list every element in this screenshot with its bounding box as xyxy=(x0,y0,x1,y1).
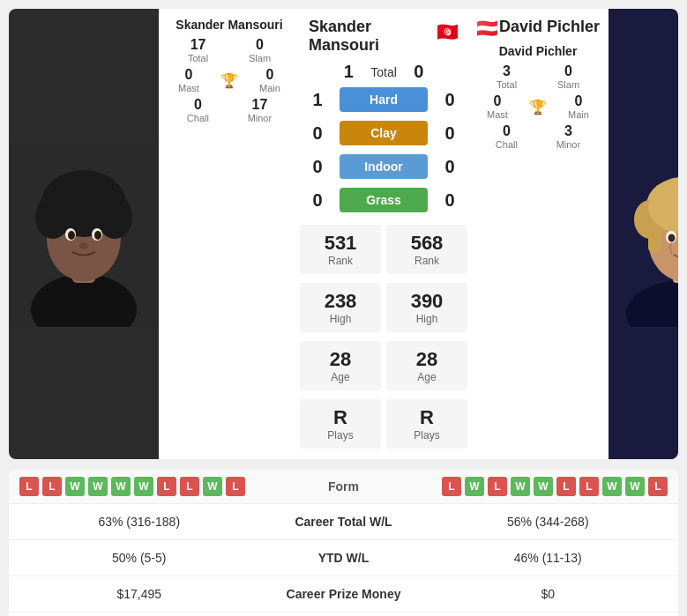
left-main-stat: 0 Main xyxy=(259,67,280,93)
stat-left-2: $17,495 xyxy=(23,587,256,601)
surface-score-left: 0 xyxy=(304,123,331,144)
right-name-flag-row: 🇦🇹 David Pichler xyxy=(476,18,600,39)
left-chall-minor: 0 Chall 17 Minor xyxy=(168,97,291,123)
right-rank-box: 568 Rank xyxy=(386,225,467,274)
left-chall-stat: 0 Chall xyxy=(187,97,209,123)
left-player-photo xyxy=(9,9,159,459)
total-score-right: 0 xyxy=(406,62,432,82)
surface-badge-clay: Clay xyxy=(340,121,428,145)
surface-score-right: 0 xyxy=(437,123,463,144)
center-stats-boxes: 531 Rank 568 Rank xyxy=(300,225,467,279)
left-flag: 🇹🇳 xyxy=(437,21,459,55)
right-form-badges: LWLWWLLWWL xyxy=(414,477,668,496)
form-badge-w: W xyxy=(511,477,530,496)
form-badge-l: L xyxy=(226,477,245,496)
form-badge-l: L xyxy=(579,477,599,496)
stat-row-1: 50% (5-5) YTD W/L 46% (11-13) xyxy=(9,540,678,576)
right-player-name-label: David Pichler xyxy=(476,44,600,58)
surface-badge-indoor: Indoor xyxy=(340,154,428,179)
surface-row-hard: 1 Hard 0 xyxy=(304,87,463,112)
stat-center-1: YTD W/L xyxy=(256,551,432,565)
total-score-left: 1 xyxy=(335,62,362,82)
surface-row-indoor: 0 Indoor 0 xyxy=(304,154,463,179)
left-minor-stat: 17 Minor xyxy=(248,97,273,123)
right-total-slam: 3 Total 0 Slam xyxy=(476,63,600,90)
surface-score-left: 1 xyxy=(304,90,331,110)
form-badge-w: W xyxy=(602,477,622,496)
right-mast-main: 0 Mast 🏆 0 Main xyxy=(476,93,600,120)
svg-point-12 xyxy=(79,242,88,249)
main-container: Skander Mansouri 17 Total 0 Slam 0 Mast … xyxy=(0,0,687,616)
center-section: SkanderMansouri 🇹🇳 1 Total 0 1 Hard 0 0 … xyxy=(300,9,467,459)
svg-point-11 xyxy=(94,231,101,240)
right-total-stat: 3 Total xyxy=(497,63,517,90)
stat-left-0: 63% (316-188) xyxy=(23,515,256,529)
right-flag: 🇦🇹 xyxy=(476,18,498,39)
left-total-stat: 17 Total xyxy=(188,37,208,63)
left-player-name-top: SkanderMansouri xyxy=(309,18,379,55)
right-player-stats: 🇦🇹 David Pichler David Pichler 3 Total 0… xyxy=(467,9,609,459)
stat-right-1: 46% (11-13) xyxy=(432,551,665,565)
form-badge-l: L xyxy=(42,477,62,496)
svg-rect-21 xyxy=(648,226,661,252)
surface-score-left: 0 xyxy=(304,157,331,177)
surface-rows: 1 Hard 0 0 Clay 0 0 Indoor 0 0 Grass 0 xyxy=(300,87,467,218)
form-badge-l: L xyxy=(488,477,507,496)
left-form-badges: LLWWWWLLWL xyxy=(19,477,273,496)
right-minor-stat: 3 Minor xyxy=(556,123,581,150)
right-player-name-top: David Pichler xyxy=(499,18,600,36)
bottom-section: LLWWWWLLWL Form LWLWWLLWWL 63% (316-188)… xyxy=(9,470,678,616)
left-mast-stat: 0 Mast xyxy=(178,67,199,93)
surface-score-right: 0 xyxy=(437,90,463,110)
total-label: Total xyxy=(370,65,397,79)
right-player-photo xyxy=(609,9,678,459)
bottom-stats-rows: 63% (316-188) Career Total W/L 56% (344-… xyxy=(9,504,678,616)
surface-score-left: 0 xyxy=(304,190,331,211)
left-trophy-icon: 🏆 xyxy=(220,72,238,89)
stat-row-3: 0 YTD Titles 0 xyxy=(9,612,678,616)
svg-point-10 xyxy=(68,231,75,240)
left-player-name-label: Skander Mansouri xyxy=(168,18,291,32)
center-age-boxes: 28 Age 28 Age xyxy=(300,341,467,396)
left-plays-box: R Plays xyxy=(300,399,381,449)
form-badge-l: L xyxy=(648,477,668,496)
right-main-stat: 0 Main xyxy=(568,93,589,120)
svg-point-7 xyxy=(45,175,123,228)
left-mast-main: 0 Mast 🏆 0 Main xyxy=(168,67,291,93)
right-mast-stat: 0 Mast xyxy=(487,93,508,120)
left-high-box: 238 High xyxy=(300,283,381,332)
form-badge-l: L xyxy=(157,477,176,496)
svg-point-25 xyxy=(668,234,676,241)
stat-row-0: 63% (316-188) Career Total W/L 56% (344-… xyxy=(9,504,678,540)
top-section: Skander Mansouri 17 Total 0 Slam 0 Mast … xyxy=(9,9,678,459)
total-score-row: 1 Total 0 xyxy=(300,62,467,82)
form-label: Form xyxy=(273,479,414,494)
form-badge-w: W xyxy=(111,477,131,496)
right-plays-box: R Plays xyxy=(386,399,467,449)
surface-score-right: 0 xyxy=(437,190,463,211)
form-row: LLWWWWLLWL Form LWLWWLLWWL xyxy=(9,470,678,504)
form-badge-w: W xyxy=(465,477,484,496)
right-chall-minor: 0 Chall 3 Minor xyxy=(476,123,600,150)
form-badge-w: W xyxy=(134,477,153,496)
player-names-row: SkanderMansouri 🇹🇳 xyxy=(300,14,467,62)
form-badge-w: W xyxy=(625,477,645,496)
left-player-stats: Skander Mansouri 17 Total 0 Slam 0 Mast … xyxy=(159,9,300,459)
stat-right-0: 56% (344-268) xyxy=(432,515,665,529)
right-chall-stat: 0 Chall xyxy=(496,123,518,150)
surface-row-clay: 0 Clay 0 xyxy=(304,121,463,145)
stat-center-2: Career Prize Money xyxy=(256,587,432,601)
left-total-slam: 17 Total 0 Slam xyxy=(168,37,291,63)
form-badge-l: L xyxy=(180,477,199,496)
surface-badge-hard: Hard xyxy=(340,87,428,112)
form-badge-l: L xyxy=(19,477,39,496)
center-plays-boxes: R Plays R Plays xyxy=(300,399,467,454)
right-trophy-icon: 🏆 xyxy=(529,99,547,115)
form-badge-w: W xyxy=(534,477,553,496)
surface-score-right: 0 xyxy=(437,157,463,177)
surface-badge-grass: Grass xyxy=(340,188,428,212)
stat-left-1: 50% (5-5) xyxy=(23,551,256,565)
stat-center-0: Career Total W/L xyxy=(256,515,432,529)
right-age-box: 28 Age xyxy=(386,341,467,390)
form-badge-w: W xyxy=(65,477,85,496)
